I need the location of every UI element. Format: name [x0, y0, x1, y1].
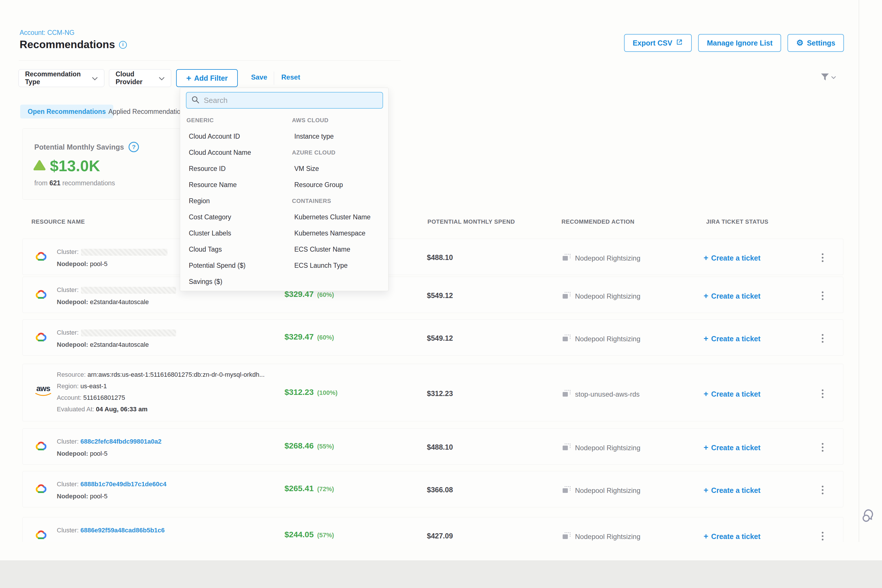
- table-row[interactable]: Cluster: Nodepool: e2standar4autoscale $…: [22, 320, 843, 356]
- nodepool-value: e2standar4autoscale: [90, 298, 149, 306]
- filter-option-potential-spend[interactable]: Potential Spend ($): [186, 262, 246, 270]
- filter-option-cloud-account-name[interactable]: Cloud Account Name: [186, 149, 251, 156]
- potential-spend-value: $549.12: [427, 291, 453, 300]
- recommendation-count: 621: [49, 179, 60, 187]
- potential-spend-value: $488.10: [427, 254, 453, 262]
- filter-option-kubernetes-namespace[interactable]: Kubernetes Namespace: [292, 230, 366, 237]
- recommended-action-label: Nodepool Rightsizing: [575, 486, 640, 495]
- filter-option-kubernetes-cluster-name[interactable]: Kubernetes Cluster Name: [292, 213, 370, 221]
- save-filter-button[interactable]: Save: [251, 73, 267, 81]
- add-filter-button[interactable]: + Add Filter: [176, 69, 238, 87]
- table-row[interactable]: Cluster: Nodepool: e2standar4autoscale $…: [22, 277, 843, 313]
- nodepool-label: Nodepool:: [57, 298, 88, 306]
- tab-applied-recommendations[interactable]: Applied Recommendations: [104, 105, 192, 118]
- row-menu-button[interactable]: [822, 486, 824, 494]
- filter-panel-toggle[interactable]: [820, 73, 836, 82]
- create-ticket-button[interactable]: +Create a ticket: [704, 532, 760, 541]
- cloud-provider-filter[interactable]: Cloud Provider: [109, 69, 171, 87]
- dropdown-search[interactable]: [186, 92, 383, 109]
- rightsizing-icon: [562, 334, 571, 344]
- recommended-action-label: Nodepool Rightsizing: [575, 335, 640, 343]
- chevron-down-icon: [92, 74, 98, 82]
- potential-spend-value: $366.08: [427, 486, 453, 494]
- create-ticket-button[interactable]: +Create a ticket: [704, 486, 760, 495]
- gcp-logo-icon: [34, 440, 48, 453]
- row-menu-button[interactable]: [822, 291, 824, 300]
- resource-label: Resource:: [57, 371, 86, 378]
- plus-icon: +: [704, 443, 708, 452]
- cluster-link[interactable]: 6888b1c70e49db17c1de60c4: [80, 480, 166, 488]
- info-icon[interactable]: i: [119, 41, 127, 49]
- add-filter-dropdown: GENERIC Cloud Account ID Cloud Account N…: [180, 88, 388, 291]
- filter-option-ecs-launch-type[interactable]: ECS Launch Type: [292, 262, 348, 270]
- nodepool-label: Nodepool:: [57, 341, 88, 348]
- filter-option-cost-category[interactable]: Cost Category: [186, 213, 231, 221]
- redacted-cluster-value: [81, 330, 176, 336]
- row-menu-button[interactable]: [822, 532, 824, 540]
- nodepool-value: pool-5: [90, 450, 108, 457]
- search-icon: [191, 95, 200, 105]
- potential-spend-value: $427.09: [427, 532, 453, 540]
- tab-open-recommendations[interactable]: Open Recommendations: [20, 105, 113, 118]
- create-ticket-button[interactable]: +Create a ticket: [704, 254, 760, 262]
- table-row[interactable]: Cluster: 688c2fefc84fbdc99801a0a2 Nodepo…: [22, 428, 843, 465]
- filter-divider: [274, 72, 274, 85]
- filter-option-resource-name[interactable]: Resource Name: [186, 181, 237, 189]
- filter-option-resource-group[interactable]: Resource Group: [292, 181, 343, 189]
- funnel-icon: [820, 73, 830, 82]
- settings-button[interactable]: ⚙ Settings: [788, 34, 844, 52]
- savings-card-title: Potential Monthly Savings: [34, 143, 124, 152]
- recommendation-type-filter[interactable]: Recommendation Type: [18, 69, 104, 87]
- table-row[interactable]: aws Resource: arn:aws:rds:us-east-1:5116…: [22, 364, 843, 422]
- content-right-edge: [859, 0, 859, 542]
- create-ticket-button[interactable]: +Create a ticket: [704, 334, 760, 343]
- filter-option-resource-id[interactable]: Resource ID: [186, 165, 226, 172]
- filter-option-instance-type[interactable]: Instance type: [292, 133, 334, 140]
- plus-icon: +: [704, 486, 708, 495]
- cluster-label: Cluster:: [57, 286, 79, 293]
- column-header-potential-monthly-spend[interactable]: POTENTIAL MONTHLY SPEND: [428, 219, 515, 225]
- filter-option-savings[interactable]: Savings ($): [186, 278, 222, 286]
- monthly-savings-value: $244.05: [285, 530, 314, 539]
- filter-option-cloud-tags[interactable]: Cloud Tags: [186, 246, 222, 254]
- plus-icon: +: [704, 532, 708, 541]
- filter-option-vm-size[interactable]: VM Size: [292, 165, 319, 172]
- help-icon[interactable]: ?: [129, 142, 139, 152]
- row-menu-button[interactable]: [822, 389, 824, 398]
- gcp-logo-icon: [34, 331, 48, 344]
- chevron-down-icon: [831, 75, 836, 80]
- export-csv-button[interactable]: Export CSV: [624, 34, 692, 52]
- nodepool-label: Nodepool:: [57, 450, 88, 457]
- create-ticket-button[interactable]: +Create a ticket: [704, 291, 760, 301]
- rightsizing-icon: [562, 389, 571, 399]
- cluster-link[interactable]: 688c2fefc84fbdc99801a0a2: [80, 438, 161, 445]
- row-menu-button[interactable]: [822, 334, 824, 343]
- filter-option-cluster-labels[interactable]: Cluster Labels: [186, 230, 231, 237]
- gcp-logo-icon: [34, 250, 48, 263]
- section-containers: CONTAINERS: [292, 198, 331, 204]
- recommended-action: Nodepool Rightsizing: [562, 443, 640, 453]
- create-ticket-button[interactable]: +Create a ticket: [704, 443, 760, 452]
- row-menu-button[interactable]: [822, 443, 824, 452]
- filter-option-region[interactable]: Region: [186, 197, 210, 205]
- support-chat-icon[interactable]: [861, 508, 877, 524]
- create-ticket-button[interactable]: +Create a ticket: [704, 389, 760, 399]
- cluster-label: Cluster:: [57, 438, 79, 445]
- manage-ignore-list-button[interactable]: Manage Ignore List: [698, 34, 781, 52]
- column-header-jira-ticket-status[interactable]: JIRA TICKET STATUS: [706, 219, 768, 225]
- column-header-recommended-action[interactable]: RECOMMENDED ACTION: [561, 219, 634, 225]
- table-row[interactable]: Cluster: 6886e92f59a48cad86b5b1c6 $244.0…: [22, 517, 843, 542]
- column-header-resource-name[interactable]: RESOURCE NAME: [32, 219, 85, 225]
- cluster-link[interactable]: 6886e92f59a48cad86b5b1c6: [80, 526, 165, 534]
- nodepool-label: Nodepool:: [57, 493, 88, 500]
- account-breadcrumb[interactable]: Account: CCM-NG: [20, 29, 74, 37]
- row-menu-button[interactable]: [822, 254, 824, 262]
- filter-option-ecs-cluster-name[interactable]: ECS Cluster Name: [292, 246, 350, 254]
- reset-filter-button[interactable]: Reset: [281, 73, 300, 81]
- rightsizing-icon: [562, 486, 571, 495]
- table-row[interactable]: Cluster: 6888b1c70e49db17c1de60c4 Nodepo…: [22, 471, 843, 507]
- table-row[interactable]: Cluster: Nodepool: pool-5 $488.10 Nodepo…: [22, 238, 843, 275]
- filter-option-cloud-account-id[interactable]: Cloud Account ID: [186, 133, 240, 140]
- search-input[interactable]: [204, 96, 378, 105]
- potential-spend-value: $312.23: [427, 389, 453, 398]
